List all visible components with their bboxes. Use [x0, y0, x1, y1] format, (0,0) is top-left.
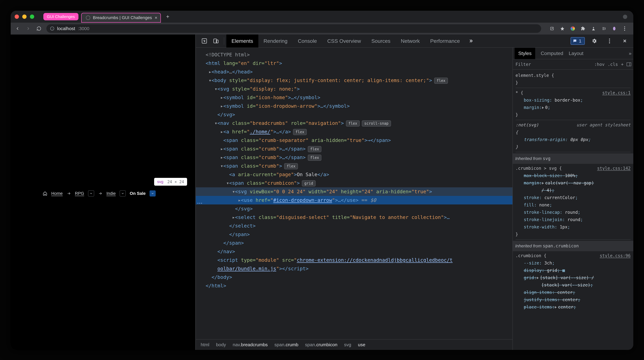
- toolbar-right: [549, 25, 628, 32]
- svg-point-7: [624, 30, 625, 31]
- tab-network[interactable]: Network: [396, 35, 425, 48]
- tab-css-overview[interactable]: CSS Overview: [322, 35, 366, 48]
- dom-row-svg[interactable]: ▾<svg viewBox="0 0 24 24" width="24" hei…: [196, 187, 512, 196]
- tab-breadcrumbs-active[interactable]: Breadcrumbs | GUI Challenges ×: [81, 13, 161, 23]
- issues-badge[interactable]: 1: [570, 37, 585, 45]
- titlebar: GUI Challenges Breadcrumbs | GUI Challen…: [11, 11, 633, 23]
- bookmark-star-icon[interactable]: [559, 25, 566, 32]
- dom-text: <!DOCTYPE html>: [206, 52, 250, 58]
- row-actions-icon[interactable]: ⋯: [197, 199, 202, 208]
- flex-badge[interactable]: flex: [308, 146, 322, 152]
- close-light[interactable]: [15, 15, 19, 19]
- overflow-tabs-icon[interactable]: [467, 37, 475, 45]
- extension-icon-3[interactable]: [611, 25, 618, 32]
- origin-link[interactable]: style.css:96: [600, 252, 630, 259]
- tab-label: Elements: [232, 38, 253, 44]
- devtools-body: <!DOCTYPE html> <html lang="en" dir="ltr…: [196, 48, 633, 350]
- inspect-icon[interactable]: [200, 37, 208, 45]
- omnibox[interactable]: localhost:3000: [46, 24, 541, 33]
- gear-icon[interactable]: [590, 37, 598, 45]
- flex-badge[interactable]: flex: [346, 120, 360, 126]
- tab-label: Breadcrumbs | GUI Challenges: [93, 15, 152, 20]
- flex-badge[interactable]: flex: [434, 78, 448, 84]
- flex-badge[interactable]: flex: [293, 129, 307, 135]
- svg-point-4: [613, 27, 616, 30]
- cls-toggle[interactable]: .cls: [608, 62, 618, 67]
- crumb-dropdown-indie[interactable]: [120, 191, 126, 197]
- dom-text: <html: [206, 60, 224, 66]
- device-toggle-icon[interactable]: [212, 37, 220, 45]
- inherited-svg: Inherited from svg: [513, 153, 633, 164]
- account-button[interactable]: [623, 15, 627, 19]
- crumb-dropdown-rpg[interactable]: [88, 191, 94, 197]
- close-tab-icon[interactable]: ×: [155, 15, 158, 20]
- flex-badge[interactable]: flex: [284, 163, 298, 169]
- crumb-on-sale: On Sale: [130, 191, 146, 196]
- info-icon: [50, 27, 54, 31]
- svg-point-6: [624, 28, 625, 29]
- reading-list-icon[interactable]: [601, 25, 607, 32]
- tab-console[interactable]: Console: [293, 35, 322, 48]
- tab-sources[interactable]: Sources: [366, 35, 396, 48]
- maximize-light[interactable]: [30, 15, 34, 19]
- page-viewport: svg 24 × 24 Home RPG Indie On Sale: [11, 35, 195, 350]
- styles-filter-bar: Filter :hov .cls +: [513, 59, 633, 70]
- flex-badge[interactable]: flex: [308, 155, 322, 161]
- grid-badge[interactable]: grid: [302, 180, 316, 187]
- tooltip-tag: svg: [157, 179, 163, 184]
- origin-link[interactable]: style.css:142: [597, 165, 630, 172]
- extensions-puzzle-icon[interactable]: [580, 25, 586, 32]
- svg-point-13: [609, 42, 610, 43]
- svg-point-11: [609, 39, 610, 40]
- overflow-icon[interactable]: »: [629, 51, 632, 56]
- extension-icon-1[interactable]: [570, 25, 576, 32]
- tab-label: Console: [298, 38, 317, 44]
- favicon-globe-icon: [86, 16, 90, 20]
- tab-gui-challenges[interactable]: GUI Challenges: [43, 13, 78, 20]
- dom-row-selected[interactable]: ▸<use href="#icon-dropdown-arrow">…</use…: [196, 196, 512, 205]
- kebab-icon[interactable]: [622, 25, 628, 32]
- address-bar: localhost:3000: [11, 23, 633, 35]
- back-button[interactable]: [14, 25, 21, 32]
- dom-breadcrumb[interactable]: html body nav.breadcrumbs span.crumb spa…: [196, 339, 512, 350]
- tab-computed[interactable]: Computed: [541, 51, 563, 56]
- kebab-icon[interactable]: [606, 37, 614, 45]
- tab-label: Performance: [430, 38, 460, 44]
- extension-icon-2[interactable]: [590, 25, 597, 32]
- svg-rect-14: [627, 63, 631, 66]
- elements-panel: <!DOCTYPE html> <html lang="en" dir="ltr…: [196, 48, 512, 350]
- ua-origin: user agent stylesheet: [576, 121, 630, 129]
- crumb-indie[interactable]: Indie: [106, 191, 116, 196]
- tab-label: GUI Challenges: [47, 14, 75, 19]
- scroll-snap-badge[interactable]: scroll-snap: [362, 120, 391, 126]
- close-devtools-icon[interactable]: [621, 37, 629, 45]
- url-port: :3000: [78, 26, 89, 31]
- new-rule-button[interactable]: +: [621, 62, 624, 67]
- hov-toggle[interactable]: :hov: [594, 62, 604, 67]
- styles-pane: Styles Computed Layout » Filter :hov .cl…: [512, 48, 633, 350]
- chevron-down-icon: [151, 192, 154, 195]
- dom-tree[interactable]: <!DOCTYPE html> <html lang="en" dir="ltr…: [196, 48, 512, 339]
- separator: [224, 37, 224, 45]
- chevron-down-icon: [121, 192, 124, 195]
- url-host: localhost: [57, 26, 75, 31]
- forward-button[interactable]: [25, 25, 32, 32]
- origin-link[interactable]: style.css:1: [602, 89, 630, 97]
- reload-button[interactable]: [36, 25, 42, 32]
- share-icon[interactable]: [549, 25, 555, 32]
- minimize-light[interactable]: [22, 15, 26, 19]
- tab-rendering[interactable]: Rendering: [258, 35, 293, 48]
- tooltip-dim: 24 × 24: [167, 179, 184, 184]
- crumb-dropdown-sale-selected[interactable]: [150, 191, 156, 197]
- tab-styles[interactable]: Styles: [514, 48, 535, 59]
- crumb-rpg[interactable]: RPG: [75, 191, 84, 196]
- new-tab-button[interactable]: +: [164, 13, 172, 21]
- panel-toggle-icon[interactable]: [626, 63, 631, 66]
- styles-body[interactable]: element.style { } style.css:1 * { box-si…: [513, 70, 633, 350]
- crumb-home[interactable]: Home: [51, 191, 63, 196]
- browser-window: GUI Challenges Breadcrumbs | GUI Challen…: [11, 11, 633, 350]
- tab-layout[interactable]: Layout: [569, 51, 584, 56]
- filter-input[interactable]: Filter: [516, 62, 531, 67]
- tab-elements[interactable]: Elements: [226, 35, 258, 48]
- tab-performance[interactable]: Performance: [425, 35, 465, 48]
